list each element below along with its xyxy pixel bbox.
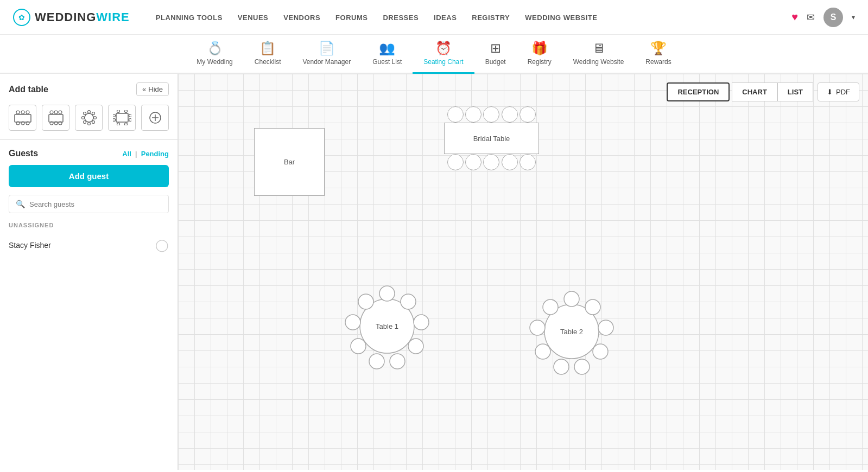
search-box: 🔍 bbox=[9, 195, 169, 213]
add-guest-button[interactable]: Add guest bbox=[9, 165, 169, 187]
bar-table-label: Bar bbox=[284, 158, 295, 166]
avatar[interactable]: S bbox=[823, 8, 843, 27]
svg-point-21 bbox=[83, 121, 86, 124]
svg-point-10 bbox=[59, 111, 62, 114]
tab-checklist[interactable]: 📋 Checklist bbox=[244, 41, 292, 74]
tab-guest-list[interactable]: 👥 Guest List bbox=[362, 41, 413, 74]
bridal-chairs-top bbox=[444, 106, 539, 123]
svg-point-30 bbox=[129, 114, 131, 117]
svg-point-51 bbox=[593, 344, 608, 359]
tab-wedding-website[interactable]: 🖥 Wedding Website bbox=[562, 41, 635, 74]
guest-avatar-icon: ◯ bbox=[155, 238, 169, 252]
chair bbox=[483, 106, 499, 123]
svg-rect-0 bbox=[15, 114, 31, 122]
seating-chart-icon: ⏰ bbox=[435, 41, 452, 56]
nav-registry[interactable]: REGISTRY bbox=[472, 14, 510, 22]
svg-point-49 bbox=[585, 299, 600, 315]
svg-point-17 bbox=[81, 117, 84, 119]
svg-point-38 bbox=[401, 294, 416, 309]
tab-budget[interactable]: ⊞ Budget bbox=[474, 41, 517, 74]
svg-point-39 bbox=[414, 315, 429, 330]
svg-point-20 bbox=[92, 112, 94, 115]
svg-point-1 bbox=[16, 111, 20, 114]
messages-icon[interactable]: ✉ bbox=[807, 11, 815, 23]
svg-point-41 bbox=[390, 354, 405, 369]
svg-point-9 bbox=[54, 111, 58, 114]
reception-button[interactable]: RECEPTION bbox=[667, 82, 730, 101]
account-dropdown-icon[interactable]: ▾ bbox=[852, 14, 855, 21]
svg-point-54 bbox=[535, 344, 550, 359]
secondary-navigation: 💍 My Wedding 📋 Checklist 📄 Vendor Manage… bbox=[0, 35, 868, 74]
svg-point-15 bbox=[87, 111, 90, 113]
hide-label: Hide bbox=[148, 85, 163, 93]
chair bbox=[465, 154, 481, 170]
svg-point-37 bbox=[379, 286, 395, 301]
tab-checklist-label: Checklist bbox=[255, 58, 281, 66]
logo-icon: ✿ bbox=[13, 9, 30, 26]
logo[interactable]: ✿ WEDDINGWIRE bbox=[13, 9, 130, 26]
main-layout: Add table « Hide bbox=[0, 74, 868, 470]
svg-point-45 bbox=[358, 294, 373, 309]
chart-grid: Bar Bridal Table bbox=[178, 74, 868, 470]
filter-all[interactable]: All bbox=[122, 150, 131, 158]
chair bbox=[447, 106, 464, 123]
search-icon: 🔍 bbox=[16, 200, 25, 208]
favorites-icon[interactable]: ♥ bbox=[791, 11, 798, 23]
nav-vendors[interactable]: VENDORS bbox=[283, 14, 320, 22]
pdf-button[interactable]: ⬇ PDF bbox=[818, 82, 859, 101]
bar-table[interactable]: Bar bbox=[254, 128, 325, 196]
add-circle-table-button[interactable] bbox=[75, 105, 103, 131]
svg-point-44 bbox=[345, 315, 360, 330]
sidebar: Add table « Hide bbox=[0, 74, 178, 470]
circle-table-icon bbox=[80, 110, 98, 125]
tab-rewards[interactable]: 🏆 Rewards bbox=[635, 41, 682, 74]
tab-registry-label: Registry bbox=[528, 58, 552, 66]
chair bbox=[502, 154, 518, 170]
svg-point-25 bbox=[124, 110, 127, 113]
chart-tab-button[interactable]: CHART bbox=[732, 82, 777, 101]
hide-button[interactable]: « Hide bbox=[136, 82, 169, 96]
round-table-icon bbox=[47, 110, 65, 125]
tab-vendor-manager[interactable]: 📄 Vendor Manager bbox=[292, 41, 362, 74]
tab-seating-chart[interactable]: ⏰ Seating Chart bbox=[413, 41, 474, 74]
tab-registry[interactable]: 🎁 Registry bbox=[517, 41, 562, 74]
chart-area: RECEPTION CHART LIST ⬇ PDF Bar bbox=[178, 74, 868, 470]
filter-pending[interactable]: Pending bbox=[141, 150, 169, 158]
nav-dresses[interactable]: DRESSES bbox=[383, 14, 419, 22]
guest-list-icon: 👥 bbox=[379, 41, 395, 56]
main-nav-links: PLANNING TOOLS VENUES VENDORS FORUMS DRE… bbox=[156, 12, 791, 22]
tab-rewards-label: Rewards bbox=[645, 58, 671, 66]
wedding-website-icon: 🖥 bbox=[592, 41, 605, 56]
table-icon-bar bbox=[0, 103, 178, 140]
svg-point-43 bbox=[351, 339, 366, 354]
tab-vendor-manager-label: Vendor Manager bbox=[302, 58, 351, 66]
nav-wedding-website[interactable]: WEDDING WEBSITE bbox=[525, 14, 597, 22]
table-2[interactable]: Table 2 bbox=[525, 285, 618, 378]
list-item: Stacy Fisher ◯ bbox=[9, 234, 169, 257]
download-icon: ⬇ bbox=[827, 88, 833, 96]
svg-point-31 bbox=[129, 119, 131, 122]
add-round-table-button[interactable] bbox=[42, 105, 69, 131]
nav-ideas[interactable]: IDEAS bbox=[434, 14, 457, 22]
svg-point-42 bbox=[369, 354, 384, 369]
vendor-manager-icon: 📄 bbox=[319, 41, 335, 56]
add-custom-table-button[interactable] bbox=[141, 105, 169, 131]
add-square-table-button[interactable] bbox=[108, 105, 136, 131]
svg-point-55 bbox=[530, 320, 545, 335]
nav-forums[interactable]: FORUMS bbox=[335, 14, 368, 22]
search-input[interactable] bbox=[29, 200, 162, 208]
guests-title: Guests bbox=[9, 149, 38, 158]
list-tab-button[interactable]: LIST bbox=[777, 82, 813, 101]
add-table-title: Add table bbox=[9, 85, 48, 94]
nav-venues[interactable]: VENUES bbox=[238, 14, 268, 22]
chair bbox=[502, 106, 518, 123]
unassigned-label: UNASSIGNED bbox=[9, 222, 169, 228]
table-1[interactable]: Table 1 bbox=[341, 280, 433, 372]
nav-planning-tools[interactable]: PLANNING TOOLS bbox=[156, 14, 223, 22]
rect-table-icon bbox=[14, 110, 32, 125]
bridal-table-area[interactable]: Bridal Table bbox=[444, 106, 539, 170]
tab-my-wedding[interactable]: 💍 My Wedding bbox=[186, 41, 243, 74]
guests-section: Guests All | Pending Add guest 🔍 UNASSIG… bbox=[0, 140, 178, 265]
svg-point-14 bbox=[85, 113, 93, 122]
add-rect-table-button[interactable] bbox=[9, 105, 36, 131]
